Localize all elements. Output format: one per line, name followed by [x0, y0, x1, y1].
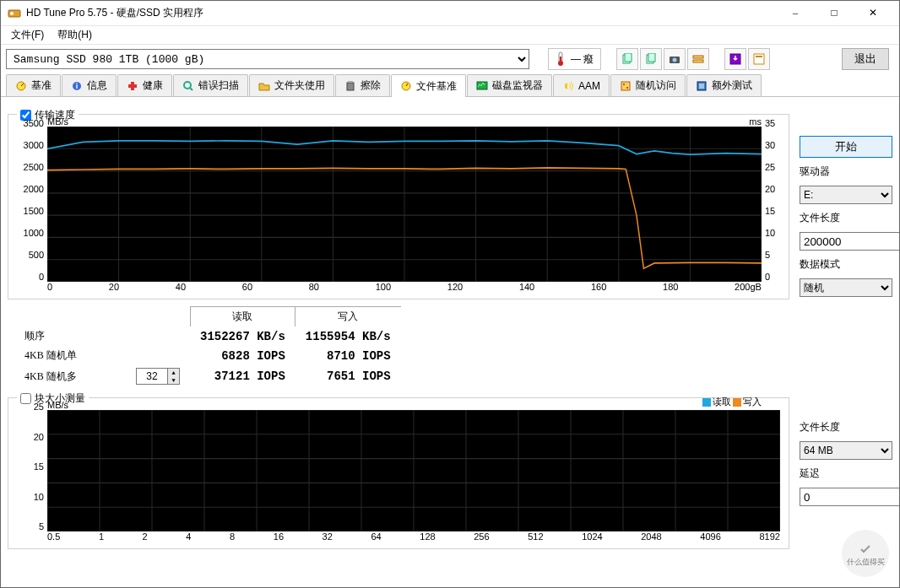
- qd-up[interactable]: ▲: [167, 369, 179, 376]
- controls-sidebar: 开始 驱动器 E: 文件长度 ▲▼MB 数据模式 随机 文件长度 64 MB 延…: [800, 105, 892, 580]
- menu-help[interactable]: 帮助(H): [51, 26, 99, 44]
- minimize-button[interactable]: –: [776, 1, 815, 26]
- chart2-plot: [47, 410, 780, 531]
- menubar: 文件(F) 帮助(H): [1, 26, 899, 45]
- tab-errorscan[interactable]: 错误扫描: [173, 74, 248, 96]
- save-button[interactable]: [724, 48, 746, 70]
- tab-benchmark[interactable]: 基准: [6, 74, 61, 96]
- svg-rect-23: [348, 81, 353, 83]
- copy-info-button[interactable]: [616, 48, 638, 70]
- 4k-single-read: 6828 IOPS: [190, 346, 295, 365]
- copy-text-button[interactable]: [640, 48, 662, 70]
- chart1-plot: [47, 127, 762, 282]
- close-button[interactable]: ✕: [854, 1, 892, 26]
- 4k-multi-write: 7651 IOPS: [295, 365, 401, 387]
- results-table: 读取写入 顺序3152267 KB/s1155954 KB/s 4KB 随机单6…: [8, 306, 789, 387]
- temperature-display: — 癈: [548, 48, 601, 70]
- svg-point-10: [673, 58, 677, 62]
- temperature-value: — 癈: [571, 52, 594, 67]
- maximize-button[interactable]: □: [815, 1, 854, 26]
- svg-point-28: [626, 87, 628, 89]
- transfer-speed-panel: 传输速度 MB/s ms 350030002500200015001000500…: [8, 114, 789, 299]
- svg-rect-12: [693, 60, 703, 62]
- svg-point-27: [623, 84, 625, 85]
- exit-button[interactable]: 退出: [842, 48, 889, 70]
- drive-letter-select[interactable]: E:: [800, 186, 892, 204]
- queue-depth-input[interactable]: [137, 369, 167, 384]
- watermark: 什么值得买: [842, 530, 889, 577]
- drive-select[interactable]: Samsung SSD 980 1TB (1000 gB): [6, 49, 529, 69]
- chart2-unit-left: MB/s: [47, 400, 68, 410]
- 4k-multi-read: 37121 IOPS: [190, 365, 295, 387]
- tab-aam[interactable]: AAM: [553, 74, 610, 96]
- tab-random[interactable]: 随机访问: [610, 74, 686, 96]
- start-button[interactable]: 开始: [800, 136, 892, 158]
- chart1-y-right: 35302520151050: [762, 118, 785, 282]
- svg-rect-4: [560, 57, 561, 62]
- seq-read: 3152267 KB/s: [190, 326, 295, 346]
- app-icon: [8, 7, 21, 20]
- file-length2-label: 文件长度: [800, 420, 892, 434]
- chart2-y-left: 252015105: [12, 402, 47, 531]
- tab-erase[interactable]: 擦除: [335, 74, 390, 96]
- toolbar: Samsung SSD 980 1TB (1000 gB) — 癈 退出: [1, 45, 899, 73]
- svg-rect-8: [648, 53, 655, 62]
- svg-rect-22: [347, 83, 354, 90]
- svg-rect-14: [754, 54, 764, 64]
- thermometer-icon: [556, 51, 566, 67]
- delay-label: 延迟: [800, 467, 892, 481]
- seq-write: 1155954 KB/s: [295, 326, 401, 346]
- svg-rect-26: [621, 82, 630, 90]
- chart1-x-axis: 020406080100120140160180200gB: [47, 282, 762, 295]
- tab-extra[interactable]: 额外测试: [686, 74, 762, 96]
- chart2-x-axis: 0.512481632641282565121024204840968192: [47, 531, 780, 545]
- screenshot-button[interactable]: [664, 48, 686, 70]
- load-button[interactable]: [748, 48, 770, 70]
- tab-info[interactable]: i信息: [62, 74, 117, 96]
- qd-down[interactable]: ▼: [167, 376, 179, 384]
- data-mode-select[interactable]: 随机: [800, 278, 892, 297]
- settings-button[interactable]: [687, 48, 709, 70]
- window-title: HD Tune Pro 5.75 - 硬盘/SSD 实用程序: [26, 6, 776, 20]
- titlebar: HD Tune Pro 5.75 - 硬盘/SSD 实用程序 – □ ✕: [1, 1, 899, 26]
- delay-input[interactable]: [800, 488, 900, 506]
- svg-point-1: [10, 12, 14, 15]
- tab-health[interactable]: 健康: [117, 74, 172, 96]
- svg-rect-11: [693, 56, 703, 58]
- queue-depth-spinner[interactable]: ▲▼: [136, 368, 180, 385]
- tab-monitor[interactable]: 磁盘监视器: [467, 74, 552, 96]
- chart1-unit-right: ms: [749, 116, 762, 127]
- tab-bar: 基准 i信息 健康 错误扫描 文件夹使用 擦除 文件基准 磁盘监视器 AAM 随…: [1, 73, 899, 97]
- chart1-y-left: 3500300025002000150010005000: [12, 118, 47, 282]
- chart1-unit-left: MB/s: [47, 116, 68, 127]
- 4k-single-write: 8710 IOPS: [295, 346, 401, 365]
- tab-filebench[interactable]: 文件基准: [391, 74, 466, 97]
- svg-rect-6: [625, 53, 632, 62]
- tab-folder[interactable]: 文件夹使用: [249, 74, 334, 96]
- svg-rect-20: [128, 84, 137, 88]
- svg-text:i: i: [76, 82, 79, 90]
- drive-label: 驱动器: [800, 165, 892, 179]
- data-mode-label: 数据模式: [800, 257, 892, 272]
- blocksize-panel: 块大小测量 读取 写入 MB/s 252015105 0.51248163264…: [8, 397, 789, 549]
- svg-point-21: [184, 82, 191, 89]
- menu-file[interactable]: 文件(F): [4, 26, 51, 44]
- file-length-label: 文件长度: [800, 211, 892, 225]
- svg-rect-15: [756, 56, 762, 57]
- file-length-input[interactable]: [800, 232, 900, 251]
- file-length2-select[interactable]: 64 MB: [800, 441, 892, 460]
